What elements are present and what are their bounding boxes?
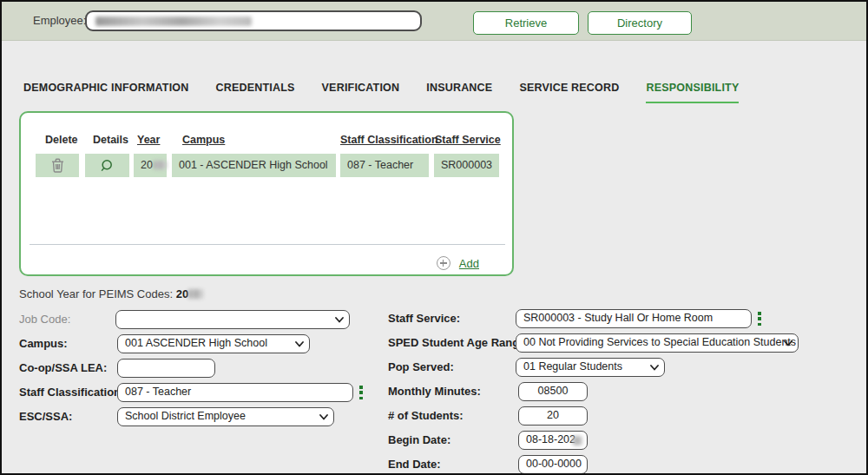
begin-date-value: 08-18-202 <box>526 433 575 445</box>
school-year-value-prefix: 20 <box>176 287 188 300</box>
row-campus-cell: 001 - ASCENDER High School <box>172 154 336 177</box>
num-students-input[interactable]: 20 <box>518 406 588 426</box>
details-row-button[interactable] <box>85 154 129 177</box>
tab-insurance[interactable]: INSURANCE <box>426 82 492 103</box>
begin-date-label: Begin Date: <box>388 433 450 446</box>
end-date-value: 00-00-0000 <box>526 458 582 470</box>
monthly-minutes-value: 08500 <box>538 385 569 397</box>
staff-service-value: SR000003 - Study Hall Or Home Room <box>523 312 713 324</box>
tab-responsibility[interactable]: RESPONSIBILITY <box>646 82 739 103</box>
col-header-details: Details <box>93 134 128 146</box>
directory-button[interactable]: Directory <box>588 11 692 35</box>
add-link-label[interactable]: Add <box>459 257 479 270</box>
magnifier-icon <box>101 159 115 173</box>
begin-date-input[interactable]: 08-18-202 <box>518 431 588 450</box>
plus-circle-icon <box>437 256 450 270</box>
col-header-year[interactable]: Year <box>137 134 160 146</box>
employee-label: Employee: <box>33 14 86 27</box>
pop-served-value: 01 Regular Students <box>523 360 622 373</box>
retrieve-button[interactable]: Retrieve <box>473 11 579 35</box>
staff-service-lookup-icon[interactable] <box>758 312 761 326</box>
num-students-label: # of Students: <box>388 409 464 422</box>
col-header-staff-service[interactable]: Staff Service <box>435 134 501 146</box>
add-row-link[interactable]: Add <box>437 256 479 270</box>
end-date-label: End Date: <box>388 458 441 471</box>
app-window: Employee: Retrieve Directory DEMOGRAPHIC… <box>0 0 868 475</box>
sped-age-range-label: SPED Student Age Range: <box>388 336 529 349</box>
end-date-input[interactable]: 00-00-0000 <box>518 455 588 474</box>
tab-bar: DEMOGRAPHIC INFORMATION CREDENTIALS VERI… <box>23 82 739 103</box>
redacted-year <box>154 161 167 169</box>
redacted-employee-name <box>95 16 252 26</box>
redacted-school-year <box>188 289 203 299</box>
staff-service-label: Staff Service: <box>388 312 460 325</box>
row-year-cell: 20 <box>134 154 167 177</box>
trash-icon <box>51 158 64 173</box>
delete-row-button[interactable] <box>36 154 79 177</box>
employee-retrieve-bar: Employee: Retrieve Directory <box>2 2 866 41</box>
tab-credentials[interactable]: CREDENTIALS <box>215 82 294 103</box>
sped-age-range-value: 00 Not Providing Services to Special Edu… <box>523 336 796 348</box>
monthly-minutes-label: Monthly Minutes: <box>388 385 481 398</box>
sped-age-range-select[interactable]: 00 Not Providing Services to Special Edu… <box>516 333 799 353</box>
monthly-minutes-input[interactable]: 08500 <box>518 382 588 401</box>
col-header-delete: Delete <box>45 134 78 146</box>
grid-divider <box>30 244 505 245</box>
row-year-prefix: 20 <box>141 159 153 171</box>
redacted-begin-date-digit <box>573 436 582 445</box>
pop-served-select[interactable]: 01 Regular Students <box>516 358 665 377</box>
school-year-peims-line: School Year for PEIMS Codes: 20 <box>19 287 203 300</box>
col-header-campus[interactable]: Campus <box>182 134 225 146</box>
responsibility-grid: Delete Details Year Campus Staff Classif… <box>19 111 514 276</box>
col-header-staff-classification[interactable]: Staff Classification <box>340 134 438 146</box>
chevron-down-icon <box>650 365 659 371</box>
tab-service-record[interactable]: SERVICE RECORD <box>519 82 619 103</box>
row-staff-classification-cell: 087 - Teacher <box>340 154 429 177</box>
row-staff-service-cell: SR000003 <box>434 154 499 177</box>
tab-demographic-information[interactable]: DEMOGRAPHIC INFORMATION <box>23 82 188 103</box>
num-students-value: 20 <box>547 409 559 421</box>
pop-served-label: Pop Served: <box>388 360 454 373</box>
tab-verification[interactable]: VERIFICATION <box>322 82 400 103</box>
school-year-label: School Year for PEIMS Codes: <box>19 287 173 300</box>
staff-service-input[interactable]: SR000003 - Study Hall Or Home Room <box>516 309 752 328</box>
employee-input[interactable] <box>85 10 422 31</box>
